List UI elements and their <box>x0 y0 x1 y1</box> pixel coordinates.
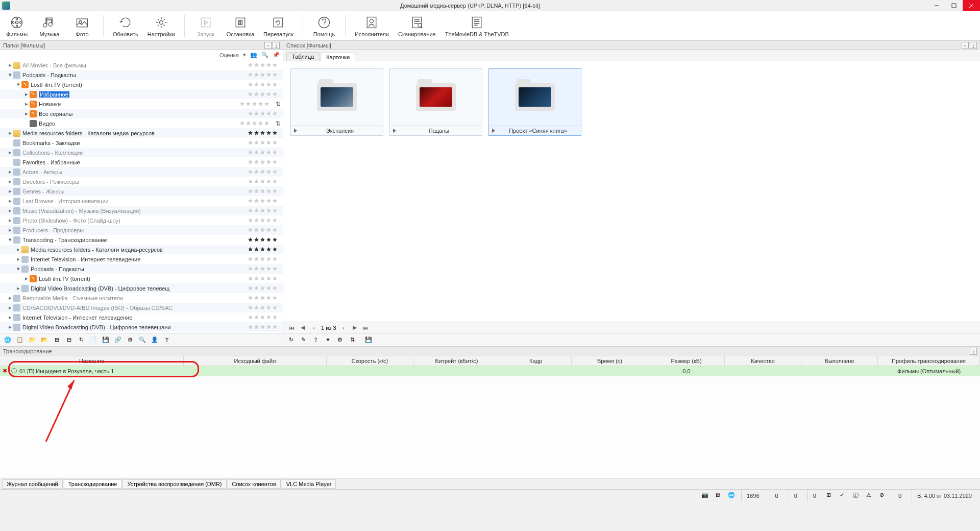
rating-stars[interactable] <box>248 285 281 291</box>
rating-stars[interactable] <box>248 62 281 68</box>
expander-icon[interactable]: ▾ <box>15 266 21 272</box>
tab-table[interactable]: Таблица <box>286 52 320 61</box>
rating-stars[interactable] <box>248 305 281 310</box>
tree-row[interactable]: ▾Podcasts - Подкасты <box>0 70 283 80</box>
rating-stars[interactable] <box>248 159 281 165</box>
page-prev-icon[interactable]: ◀ <box>299 324 307 332</box>
expander-icon[interactable]: ▾ <box>7 71 13 78</box>
expander-icon[interactable]: ▸ <box>7 149 13 156</box>
strip-text-icon[interactable]: T <box>161 335 173 345</box>
rating-stars[interactable] <box>248 295 281 301</box>
tree-row[interactable]: ▸Directors - Режиссеры <box>0 177 283 186</box>
rating-stars[interactable] <box>248 256 281 262</box>
tree-row[interactable]: ▸All Movies - Все фильмы <box>0 60 283 70</box>
column-header[interactable]: Скорость (к/с) <box>327 356 413 366</box>
toolbar-scanning-button[interactable]: Сканирование <box>398 15 436 37</box>
toolbar-help-button[interactable]: Помощь <box>312 15 336 37</box>
strip-paste-icon[interactable]: 📄 <box>88 335 99 345</box>
rating-stars[interactable] <box>248 150 281 155</box>
rating-stars[interactable] <box>248 324 281 330</box>
expander-icon[interactable]: ▸ <box>7 304 13 311</box>
search-icon[interactable]: 🔍 <box>261 52 268 59</box>
tree-row[interactable]: ▾Podcasts - Подкасты <box>0 264 283 274</box>
tree-row[interactable]: ▸Все сериалы <box>0 109 283 118</box>
page-last-icon[interactable]: ⏭ <box>362 324 370 332</box>
play-icon[interactable] <box>294 129 297 133</box>
tree-row[interactable]: Видео⇅ <box>0 118 283 128</box>
play-icon[interactable] <box>492 129 495 133</box>
rating-stars[interactable] <box>248 130 281 136</box>
expander-icon[interactable]: ▸ <box>15 285 21 292</box>
status-info-icon[interactable]: ⓘ <box>853 492 861 500</box>
toolbar-films-button[interactable]: Фильмы <box>5 15 29 37</box>
column-header[interactable]: Кадр <box>500 356 572 366</box>
expander-icon[interactable]: ▸ <box>15 246 21 253</box>
toolbar-music-button[interactable]: Музыка <box>38 15 61 37</box>
status-globe-icon[interactable]: 🌐 <box>728 492 736 500</box>
status-check-icon[interactable]: ✓ <box>840 492 848 500</box>
strip-globe-icon[interactable]: 🌐 <box>2 335 13 345</box>
pin-icon[interactable]: 📌 <box>273 52 280 59</box>
expander-icon[interactable]: ▸ <box>7 168 13 175</box>
tree-row[interactable]: Bookmarks - Закладки <box>0 138 283 148</box>
rating-stars[interactable] <box>248 208 281 213</box>
toolbar-settings-button[interactable]: Настройки <box>148 15 175 37</box>
rating-stars[interactable] <box>248 91 281 97</box>
rating-stars[interactable] <box>248 188 281 194</box>
tree-row[interactable]: ▸Media resources folders - Каталоги меди… <box>0 128 283 138</box>
expander-icon[interactable]: ▸ <box>7 227 13 233</box>
column-header[interactable]: Размер (кБ) <box>648 356 725 366</box>
expander-icon[interactable]: ▸ <box>7 188 13 195</box>
media-card[interactable]: Проект «Синяя книга» <box>488 68 581 136</box>
tree-row[interactable]: ▸Removable Media - Съемные носители <box>0 293 283 303</box>
strip-save-icon[interactable]: 💾 <box>100 335 111 345</box>
rating-stars[interactable] <box>248 82 281 87</box>
list-pin-button[interactable]: ⟂ <box>970 42 977 49</box>
page-next-icon[interactable]: ▶ <box>351 324 359 332</box>
expander-icon[interactable]: ▸ <box>7 324 13 330</box>
strip-link-icon[interactable]: 🔗 <box>112 335 124 345</box>
expander-icon[interactable]: ▾ <box>15 81 21 88</box>
tree-row[interactable]: ▸Actors - Актеры <box>0 167 283 177</box>
rating-stars[interactable] <box>248 72 281 78</box>
expander-icon[interactable]: ▸ <box>7 130 13 136</box>
column-header[interactable]: Качество <box>725 356 801 366</box>
status-screen-icon[interactable]: 🖥 <box>715 492 723 500</box>
rstrip-save-icon[interactable]: 💾 <box>363 335 374 345</box>
column-header[interactable]: Исходный файл <box>184 356 327 366</box>
expander-icon[interactable]: ▸ <box>23 275 30 282</box>
expander-icon[interactable]: ▸ <box>7 62 13 68</box>
tree-row[interactable]: ▸Избранное <box>0 89 283 99</box>
page-next2-icon[interactable]: › <box>339 324 348 332</box>
pane-collapse-button[interactable]: ▫ <box>264 42 272 49</box>
toolbar-refresh-button[interactable]: Обновить <box>113 15 138 37</box>
toolbar-stop-button[interactable]: Остановка <box>227 15 254 37</box>
status-warn-icon[interactable]: ⚠ <box>866 492 874 500</box>
strip-folder2-icon[interactable]: 📂 <box>39 335 50 345</box>
rstrip-refresh-icon[interactable]: ↻ <box>285 335 297 345</box>
tree-row[interactable]: Favorites - Избранные <box>0 157 283 167</box>
tree-row[interactable]: ▾Transcoding - Транскодирование <box>0 235 283 245</box>
rating-stars[interactable] <box>248 140 281 146</box>
rating-stars[interactable] <box>248 227 281 233</box>
rstrip-gear-icon[interactable]: ⚙ <box>334 335 346 345</box>
close-button[interactable] <box>963 0 980 11</box>
folder-tree[interactable]: ▸All Movies - Все фильмы▾Podcasts - Подк… <box>0 60 283 333</box>
rating-stars[interactable] <box>248 247 281 252</box>
expander-icon[interactable]: ▸ <box>7 217 13 224</box>
page-prev2-icon[interactable]: ‹ <box>310 324 318 332</box>
strip-refresh-icon[interactable]: ↻ <box>76 335 87 345</box>
expander-icon[interactable]: ▸ <box>7 207 13 214</box>
rating-stars[interactable] <box>248 198 281 204</box>
tree-row[interactable]: ▸Last Browse - История навигации <box>0 196 283 206</box>
expander-icon[interactable]: ▸ <box>7 295 13 301</box>
strip-user-icon[interactable]: 👤 <box>149 335 160 345</box>
bottom-tab[interactable]: Список клиентов <box>228 479 281 489</box>
bottom-tab[interactable]: Транскодирование <box>64 479 122 489</box>
tree-row[interactable]: ▸Internet Television - Интернет телевиде… <box>0 254 283 264</box>
column-header[interactable]: Время (с) <box>572 356 648 366</box>
close-icon[interactable]: ✖ <box>0 368 9 374</box>
media-card[interactable]: Пацаны <box>389 68 482 136</box>
toolbar-tvdb-button[interactable]: TheMovieDB & TheTVDB <box>445 15 509 37</box>
list-collapse-button[interactable]: ▫ <box>962 42 969 49</box>
